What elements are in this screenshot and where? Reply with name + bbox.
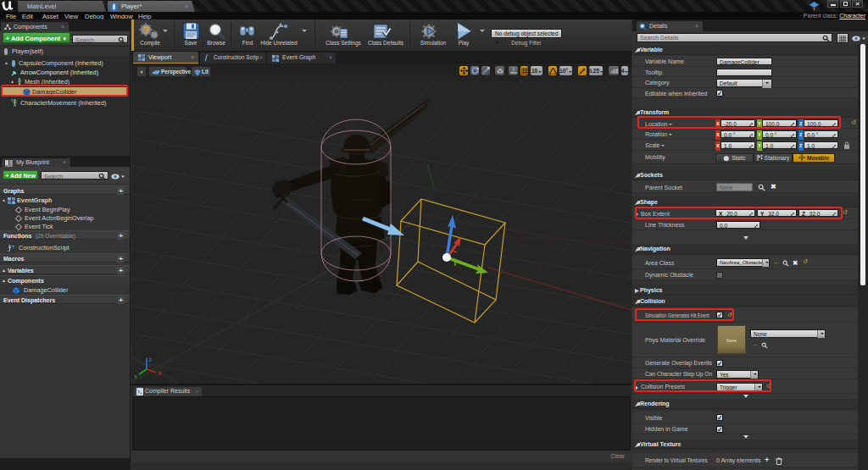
svg-text:?: ? [143,25,149,36]
svg-text:X: X [159,371,162,376]
svg-text:Z: Z [149,357,153,362]
svg-text:Y: Y [134,374,137,379]
